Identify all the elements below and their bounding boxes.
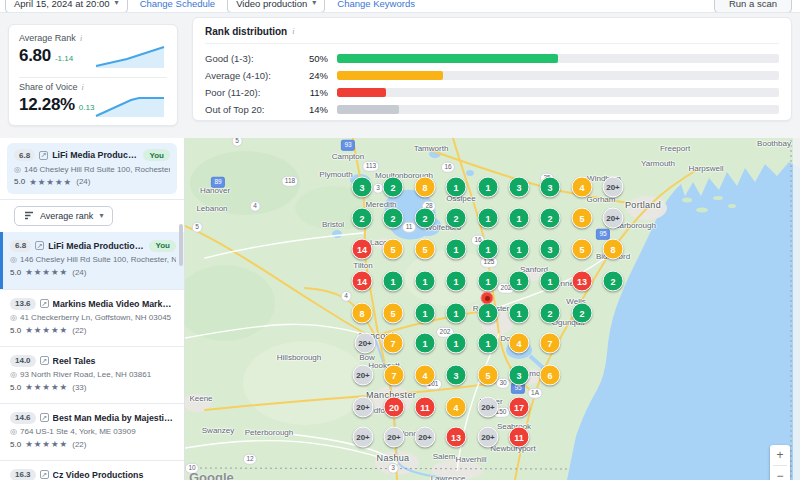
business-list-item[interactable]: 6.8 ↗ LiFi Media Production, LLC You ◎ 1… [0, 232, 184, 289]
map-pin[interactable]: 5 [415, 239, 436, 260]
map-pin[interactable]: 1 [509, 239, 530, 260]
map-pin[interactable]: 1 [509, 303, 530, 324]
map-pin[interactable]: 1 [446, 239, 467, 260]
map-pin[interactable]: 14 [352, 239, 373, 260]
map-pin[interactable]: 3 [446, 365, 467, 386]
road-shield: 95 [596, 229, 610, 240]
map-pin[interactable]: 13 [446, 427, 467, 448]
external-link-icon[interactable]: ↗ [40, 356, 49, 365]
keyword-selector[interactable]: Video production ▾ [227, 0, 325, 13]
map-pin[interactable]: 20 [384, 397, 405, 418]
business-list-item[interactable]: 14.6 ↗ Best Man Media by Majestic Video.… [0, 403, 184, 460]
map-pin[interactable]: 11 [509, 427, 530, 448]
map-pin[interactable]: 1 [509, 271, 530, 292]
external-link-icon[interactable]: ↗ [39, 151, 48, 160]
map-pin[interactable]: 20+ [353, 427, 374, 448]
map-pin[interactable]: 2 [383, 208, 404, 229]
external-link-icon[interactable]: ↗ [35, 241, 44, 250]
map-pin[interactable]: 20+ [603, 177, 624, 198]
map-pin[interactable]: 8 [415, 177, 436, 198]
zoom-out-button[interactable]: − [770, 466, 790, 480]
map[interactable]: HanoverLebanonCamptonPlymouthMoultonboro… [185, 138, 800, 480]
map-pin[interactable]: 5 [478, 365, 499, 386]
map-pin[interactable]: 1 [446, 177, 467, 198]
map-pin[interactable]: 1 [478, 271, 499, 292]
map-pin[interactable]: 2 [603, 271, 624, 292]
map-pin[interactable]: 1 [478, 177, 499, 198]
map-pin[interactable]: 14 [352, 271, 373, 292]
map-pin[interactable]: 20+ [353, 365, 374, 386]
map-pin[interactable]: 3 [540, 239, 561, 260]
map-pin[interactable]: 4 [415, 365, 436, 386]
business-list-item[interactable]: 14.0 ↗ Reel Tales ◎ 93 North River Road,… [0, 346, 184, 403]
pinned-business-wrap: 6.8 ↗ LiFi Media Production, LLC You ◎ 1… [0, 138, 184, 200]
map-pin[interactable]: 8 [603, 239, 624, 260]
you-badge: You [149, 240, 176, 252]
map-pin[interactable]: 11 [415, 397, 436, 418]
run-scan-button[interactable]: Run a scan [714, 0, 792, 13]
map-pin[interactable]: 1 [478, 333, 499, 354]
map-pin[interactable]: 5 [572, 239, 593, 260]
map-pin[interactable]: 2 [572, 303, 593, 324]
map-pin[interactable]: 3 [509, 177, 530, 198]
info-icon[interactable]: i [292, 27, 294, 36]
date-selector[interactable]: April 15, 2024 at 20:00 ▾ [5, 0, 128, 13]
map-pin[interactable]: 1 [446, 271, 467, 292]
map-pin[interactable]: 20+ [384, 427, 405, 448]
map-pin[interactable]: 4 [446, 397, 467, 418]
zoom-in-button[interactable]: + [770, 445, 790, 465]
map-pin[interactable]: 2 [540, 303, 561, 324]
average-rank-delta: -1.14 [55, 54, 73, 63]
map-pin[interactable]: 5 [383, 239, 404, 260]
map-pin[interactable]: 7 [383, 333, 404, 354]
business-list-item[interactable]: 6.8 ↗ LiFi Media Production, LLC You ◎ 1… [7, 143, 177, 194]
map-pin[interactable]: 3 [540, 177, 561, 198]
business-list-item[interactable]: 13.6 ↗ Markins Media Video Marketing ◎ 4… [0, 289, 184, 346]
map-pin[interactable]: 2 [540, 208, 561, 229]
map-pin[interactable]: 1 [415, 271, 436, 292]
map-pin[interactable]: 17 [509, 397, 530, 418]
map-pin[interactable]: 1 [540, 271, 561, 292]
map-pin[interactable]: 8 [352, 303, 373, 324]
external-link-icon[interactable]: ↗ [40, 299, 49, 308]
business-list-item[interactable]: 16.3 ↗ Cz Video Productions ◎ 3 Dwinell … [0, 460, 184, 480]
map-pin[interactable]: 6 [540, 365, 561, 386]
map-pin[interactable]: 13 [572, 271, 593, 292]
map-pin[interactable]: 20+ [603, 208, 624, 229]
map-pin[interactable]: 3 [509, 365, 530, 386]
external-link-icon[interactable]: ↗ [40, 413, 49, 422]
map-pin[interactable]: 3 [352, 177, 373, 198]
map-pin[interactable]: 20+ [478, 427, 499, 448]
map-pin[interactable]: 20+ [355, 333, 376, 354]
map-pin[interactable]: 1 [383, 271, 404, 292]
map-pin[interactable]: 4 [572, 177, 593, 198]
list-scrollbar[interactable] [179, 224, 183, 266]
sort-dropdown[interactable]: Average rank ▾ [14, 206, 113, 226]
map-pin[interactable]: 2 [415, 208, 436, 229]
map-pin[interactable]: 1 [478, 239, 499, 260]
map-pin[interactable]: 1 [478, 303, 499, 324]
external-link-icon[interactable]: ↗ [40, 470, 49, 479]
business-location-marker[interactable] [481, 292, 494, 305]
map-pin[interactable]: 20+ [353, 397, 374, 418]
map-pin[interactable]: 1 [509, 208, 530, 229]
change-keywords-link[interactable]: Change Keywords [337, 0, 415, 9]
map-pin[interactable]: 2 [352, 208, 373, 229]
change-schedule-link[interactable]: Change Schedule [140, 0, 216, 9]
map-pin[interactable]: 7 [384, 365, 405, 386]
map-pin[interactable]: 5 [383, 303, 404, 324]
map-pin[interactable]: 7 [540, 333, 561, 354]
map-pin[interactable]: 20+ [415, 427, 436, 448]
map-pin[interactable]: 5 [572, 208, 593, 229]
map-pin[interactable]: 1 [446, 333, 467, 354]
map-pin[interactable]: 1 [415, 303, 436, 324]
map-pin[interactable]: 1 [478, 208, 499, 229]
map-pin[interactable]: 1 [415, 333, 436, 354]
map-pin[interactable]: 4 [509, 333, 530, 354]
info-icon[interactable]: i [82, 83, 84, 92]
map-pin[interactable]: 20+ [478, 397, 499, 418]
map-pin[interactable]: 2 [383, 177, 404, 198]
info-icon[interactable]: i [80, 34, 82, 43]
map-pin[interactable]: 1 [446, 303, 467, 324]
map-pin[interactable]: 2 [446, 208, 467, 229]
